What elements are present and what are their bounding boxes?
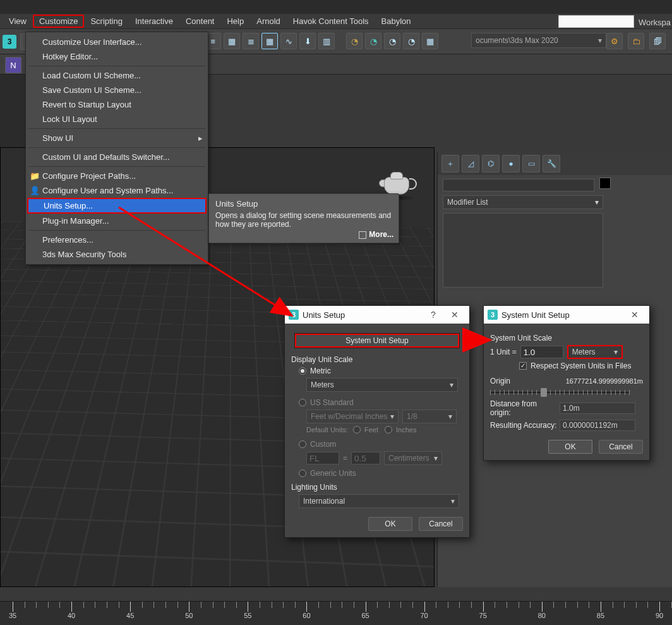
generic-radio[interactable] [299,470,306,477]
user-account-box[interactable] [558,15,634,28]
menu-arnold[interactable]: Arnold [250,15,287,28]
dd-plugin-manager[interactable]: Plug-in Manager... [26,214,208,228]
us-unit-dropdown: Feet w/Decimal Inches [306,410,399,423]
modifier-list-dropdown[interactable]: Modifier List [443,195,603,209]
unit-value-input[interactable] [520,346,563,358]
dd-lock-layout[interactable]: Lock UI Layout [26,112,208,126]
menu-interactive[interactable]: Interactive [129,15,179,28]
distance-value: 1.0m [560,403,635,414]
us-radio[interactable] [299,399,306,406]
menu-view[interactable]: View [3,15,33,28]
menu-customize[interactable]: Customize [33,15,84,28]
generic-radio-row[interactable]: Generic Units [299,469,463,478]
metric-radio[interactable] [299,367,306,375]
respect-units-checkbox[interactable] [519,362,527,370]
custom-radio-row[interactable]: Custom [299,440,463,449]
us-fraction-dropdown: 1/8 [402,410,457,423]
toolbar-download-icon[interactable]: ⬇ [299,33,316,49]
dd-units-setup[interactable]: Units Setup... [27,198,207,214]
origin-label: Origin [490,377,510,385]
dd-load-scheme[interactable]: Load Custom UI Scheme... [26,68,208,83]
external-link-icon [359,231,366,239]
origin-slider[interactable] [490,392,629,393]
dd-security-tools[interactable]: 3ds Max Security Tools [26,247,208,262]
user-icon: 👤 [30,186,39,195]
create-tab-icon[interactable]: ＋ [441,155,459,173]
utilities-tab-icon[interactable]: 🔧 [543,155,560,173]
menu-havok[interactable]: Havok Content Tools [287,15,375,28]
motion-tab-icon[interactable]: ● [502,155,520,173]
dd-hotkey-editor[interactable]: Hotkey Editor... [26,49,208,64]
dd-project-paths[interactable]: 📁Configure Project Paths... [26,169,208,183]
modify-tab-icon[interactable]: ◿ [462,155,479,173]
custom-radio[interactable] [299,440,306,448]
system-unit-dialog: 3 System Unit Setup ✕ System Unit Scale … [483,305,650,461]
object-color-swatch[interactable] [599,178,611,189]
tooltip-more-link[interactable]: More... [359,230,393,239]
dd-user-system-paths[interactable]: 👤Configure User and System Paths... [26,183,208,198]
toolbar-save-icon[interactable]: 🗐 [649,33,666,49]
workspace-label[interactable]: Workspa [639,18,671,27]
unit-type-dropdown[interactable]: Meters [567,345,623,359]
toolbar-material-icon[interactable]: ◔ [346,33,363,49]
toolbar-layers-icon[interactable]: ≣ [243,33,259,49]
menu-babylon[interactable]: Babylon [375,15,417,28]
toolbar-curve-icon[interactable]: ∿ [280,33,297,49]
toolbar-grid-icon[interactable]: ▦ [422,33,438,49]
accuracy-value: 0.0000001192m [560,420,635,431]
toolbar-render-setup-icon[interactable]: ◔ [365,33,381,49]
display-unit-scale-label: Display Unit Scale [291,355,463,364]
hierarchy-tab-icon[interactable]: ⌬ [482,155,500,173]
dd-customize-ui[interactable]: Customize User Interface... [26,35,208,49]
project-path-dropdown[interactable]: ocuments\3ds Max 2020 [471,33,606,48]
close-icon[interactable]: ✕ [624,310,645,320]
ribbon-icon-1[interactable]: N [5,57,21,73]
units-ok-button[interactable]: OK [368,517,412,531]
dd-show-ui[interactable]: Show UI [26,131,208,145]
menu-content[interactable]: Content [179,15,221,28]
object-name-input[interactable] [443,179,594,191]
toolbar-gear-icon[interactable]: ⚙ [606,33,623,49]
tooltip-units-setup: Units Setup Opens a dialog for setting s… [208,193,399,243]
app-logo-icon[interactable]: 3 [3,35,16,49]
system-unit-setup-button[interactable]: System Unit Setup [295,334,459,348]
distance-label: Distance from origin: [490,399,560,417]
units-cancel-button[interactable]: Cancel [419,517,463,531]
toolbar-render-icon[interactable]: ◔ [403,33,419,49]
units-dialog-titlebar[interactable]: 3 Units Setup ? ✕ [285,306,469,324]
close-icon[interactable]: ✕ [444,310,465,320]
units-dialog-title: Units Setup [303,310,345,320]
menu-scripting[interactable]: Scripting [84,15,129,28]
toolbar-table-icon[interactable]: ▦ [224,33,240,49]
help-button[interactable]: ? [423,310,444,320]
feet-radio [353,426,361,434]
system-cancel-button[interactable]: Cancel [599,440,643,454]
time-ruler[interactable]: 354045505560657075808590 [0,601,672,625]
toolbar-renderframe-icon[interactable]: ◔ [384,33,400,49]
dd-save-scheme[interactable]: Save Custom UI Scheme... [26,83,208,97]
toolbar-schematic-icon[interactable]: ▥ [318,33,335,49]
us-radio-row[interactable]: US Standard [299,398,463,407]
custom-value-input [351,452,380,464]
dd-defaults-switcher[interactable]: Custom UI and Defaults Switcher... [26,150,208,164]
toolbar-folder-icon[interactable]: 🗀 [628,33,644,49]
system-scale-label: System Unit Scale [490,334,643,343]
system-dialog-titlebar[interactable]: 3 System Unit Setup ✕ [484,306,649,324]
dd-preferences[interactable]: Preferences... [26,233,208,247]
lighting-unit-dropdown[interactable]: International [299,494,459,508]
inches-radio [385,426,392,434]
system-dialog-title: System Unit Setup [501,310,570,320]
metric-unit-dropdown[interactable]: Meters [306,378,458,392]
dd-revert-layout[interactable]: Revert to Startup Layout [26,97,208,112]
display-tab-icon[interactable]: ▭ [522,155,540,173]
accuracy-label: Resulting Accuracy: [490,421,560,430]
system-ok-button[interactable]: OK [548,440,592,454]
respect-units-label: Respect System Units in Files [531,361,631,370]
metric-radio-row[interactable]: Metric [299,367,463,375]
origin-value: 16777214.9999999981m [566,377,643,385]
default-units-label: Default Units: [306,426,348,434]
modifier-stack[interactable] [443,213,603,288]
customize-dropdown: Customize User Interface... Hotkey Edito… [25,32,208,265]
menu-help[interactable]: Help [220,15,250,28]
toolbar-sceneexplorer-icon[interactable]: ▦ [261,33,278,49]
